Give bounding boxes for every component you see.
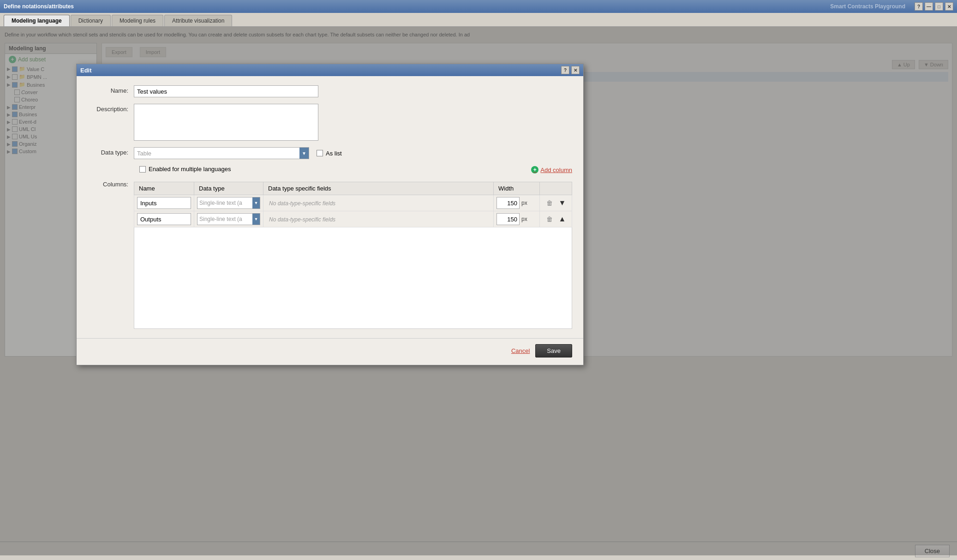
dialog-title: Edit: [80, 67, 561, 74]
row-1-name-cell: [134, 211, 194, 227]
app-window: Define notations/attributes Smart Contra…: [0, 0, 957, 560]
row-1-move-up-button[interactable]: ▲: [557, 214, 568, 224]
help-button[interactable]: ?: [915, 2, 923, 11]
row-0-name-input[interactable]: [137, 197, 191, 209]
app-titlebar: Define notations/attributes Smart Contra…: [0, 0, 957, 13]
col-header-width: Width: [494, 182, 540, 195]
dialog-footer: Cancel Save: [77, 338, 583, 365]
tab-attribute-visualization[interactable]: Attribute visualization: [164, 15, 232, 26]
dialog-close-button[interactable]: ✕: [571, 66, 580, 74]
columns-container: + Add column Name Data type Data type sp…: [134, 179, 572, 329]
row-1-datatype-select[interactable]: Single-line text (a ▼: [197, 213, 260, 225]
enabled-languages-label: Enabled for multiple languages: [149, 166, 231, 173]
columns-section: Columns: + Add column: [88, 179, 572, 329]
row-0-datatype-select[interactable]: Single-line text (a ▼: [197, 197, 260, 209]
row-1-specific-cell: No data-type-specific fields: [263, 211, 494, 227]
add-column-label: Add column: [540, 167, 572, 173]
datatype-row: Data type: Table ▼ As list: [88, 147, 572, 159]
as-list-container: As list: [317, 150, 342, 157]
datatype-value: Table: [137, 150, 151, 157]
row-1-select-arrow: ▼: [252, 214, 260, 225]
minimize-button[interactable]: —: [925, 2, 933, 11]
row-0-actions-cell: 🗑 ▼: [540, 195, 572, 211]
datatype-label: Data type:: [88, 147, 134, 156]
row-1-width-input[interactable]: [496, 213, 520, 225]
row-0-width-cell: px: [494, 195, 540, 211]
tab-modeling-rules[interactable]: Modeling rules: [112, 15, 163, 26]
row-0-delete-button[interactable]: 🗑: [544, 198, 555, 208]
tab-dictionary[interactable]: Dictionary: [71, 15, 111, 26]
dialog-body: Name: Description: Data type: Table ▼: [77, 76, 583, 338]
enabled-languages-row: Enabled for multiple languages: [88, 166, 572, 173]
table-row: Single-line text (a ▼ No data-type-speci…: [134, 211, 572, 227]
add-column-button[interactable]: + Add column: [531, 166, 572, 173]
dialog-controls: ? ✕: [561, 66, 580, 74]
row-0-actions: 🗑 ▼: [543, 198, 569, 208]
app-title: Define notations/attributes: [4, 3, 830, 10]
save-button[interactable]: Save: [535, 344, 572, 357]
header-row: Name Data type Data type specific fields…: [134, 182, 572, 195]
description-textarea[interactable]: [134, 104, 318, 141]
row-0-move-down-button[interactable]: ▼: [557, 198, 568, 208]
row-1-width-cell: px: [494, 211, 540, 227]
maximize-button[interactable]: □: [935, 2, 943, 11]
col-header-name: Name: [134, 182, 194, 195]
row-1-delete-button[interactable]: 🗑: [544, 214, 555, 224]
description-label: Description:: [88, 104, 134, 113]
empty-table-area: [134, 227, 572, 329]
edit-dialog: Edit ? ✕ Name: Description:: [76, 64, 584, 365]
row-0-width-unit: px: [521, 200, 527, 206]
datatype-container: Table ▼ As list: [134, 147, 342, 159]
as-list-checkbox[interactable]: [317, 150, 323, 156]
row-0-datatype-cell: Single-line text (a ▼: [194, 195, 263, 211]
table-row: Single-line text (a ▼ No data-type-speci…: [134, 195, 572, 211]
row-0-specific-text: No data-type-specific fields: [266, 199, 338, 208]
row-1-datatype-text: Single-line text (a: [199, 216, 258, 222]
row-0-width-container: px: [496, 197, 537, 209]
row-1-actions-cell: 🗑 ▲: [540, 211, 572, 227]
row-0-datatype-text: Single-line text (a: [199, 200, 258, 206]
app-bg-title: Smart Contracts Playground: [830, 3, 905, 10]
description-row: Description:: [88, 104, 572, 141]
enabled-languages-checkbox[interactable]: [139, 166, 146, 173]
row-1-width-unit: px: [521, 216, 527, 222]
close-window-button[interactable]: ✕: [945, 2, 953, 11]
row-1-width-container: px: [496, 213, 537, 225]
main-tab-bar: Modeling language Dictionary Modeling ru…: [0, 13, 957, 27]
row-0-name-cell: [134, 195, 194, 211]
name-label: Name:: [88, 85, 134, 94]
row-1-datatype-cell: Single-line text (a ▼: [194, 211, 263, 227]
col-header-specific: Data type specific fields: [263, 182, 494, 195]
cancel-button[interactable]: Cancel: [511, 347, 530, 354]
name-input[interactable]: [134, 85, 318, 97]
col-header-actions: [540, 182, 572, 195]
tab-modeling-language[interactable]: Modeling language: [4, 15, 70, 26]
row-0-width-input[interactable]: [496, 197, 520, 209]
name-row: Name:: [88, 85, 572, 97]
row-0-select-arrow: ▼: [252, 197, 260, 209]
select-arrow-icon: ▼: [299, 148, 309, 159]
main-content: Define in your workflow which stencil se…: [0, 27, 957, 555]
row-1-name-input[interactable]: [137, 213, 191, 225]
table-header: Name Data type Data type specific fields…: [134, 182, 572, 195]
dialog-titlebar: Edit ? ✕: [77, 64, 583, 76]
columns-label: Columns:: [88, 179, 134, 188]
dialog-help-button[interactable]: ?: [561, 66, 569, 74]
datatype-select[interactable]: Table ▼: [134, 147, 309, 159]
row-0-specific-cell: No data-type-specific fields: [263, 195, 494, 211]
add-column-icon: +: [531, 166, 538, 173]
as-list-label: As list: [326, 150, 342, 157]
titlebar-controls: ? — □ ✕: [915, 2, 953, 11]
columns-table: Name Data type Data type specific fields…: [134, 182, 572, 227]
table-body: Single-line text (a ▼ No data-type-speci…: [134, 195, 572, 227]
row-1-actions: 🗑 ▲: [543, 214, 569, 224]
col-header-datatype: Data type: [194, 182, 263, 195]
row-1-specific-text: No data-type-specific fields: [266, 215, 338, 224]
